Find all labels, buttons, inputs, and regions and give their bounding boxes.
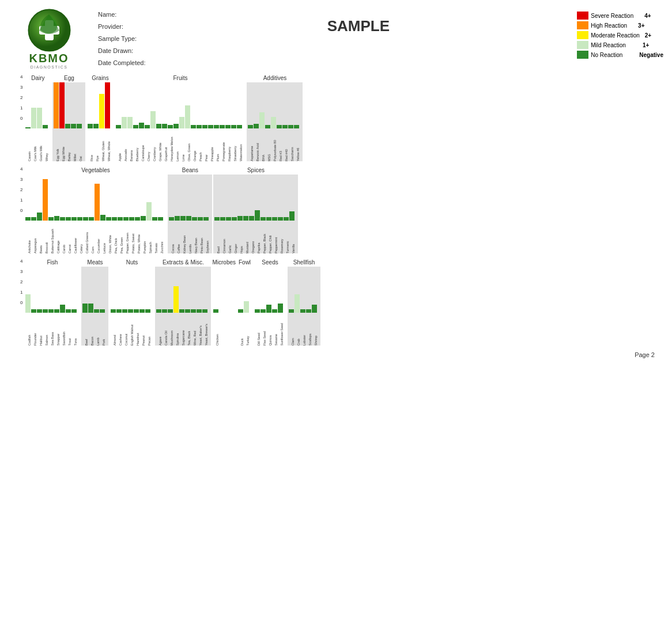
bar-item (168, 125, 173, 130)
bar-item (66, 309, 71, 314)
bar-label: Navy Bean (193, 222, 198, 253)
bar (88, 304, 93, 313)
bar (238, 309, 243, 313)
bar-label: Mustard (244, 222, 250, 253)
bar-label: Wheat, Whole (106, 130, 111, 161)
bar-label: Snapper (55, 314, 61, 346)
bar-item (312, 305, 317, 314)
bar (112, 217, 117, 221)
bar-item (220, 125, 225, 130)
bar-item (139, 123, 144, 130)
bar-label: Lentils (187, 222, 192, 253)
bar-item (158, 217, 163, 222)
bar (43, 179, 48, 221)
group-beans: BeansCocoaCoffeeKidney BeanLentilsNavy B… (168, 167, 212, 253)
bar-label: Spinach (148, 222, 153, 253)
bar (31, 108, 36, 128)
bar-label: Rosemary (279, 222, 284, 253)
bar-item (220, 217, 225, 222)
bar (237, 216, 243, 221)
bar (116, 309, 122, 313)
bar (100, 309, 105, 313)
logo-svg (28, 9, 71, 52)
bar (60, 305, 65, 313)
bar (48, 309, 54, 313)
bar-item (94, 309, 99, 314)
bar-label: Asparagus (32, 222, 37, 253)
bar-item (116, 125, 121, 130)
provider-label: Provider: (98, 21, 146, 33)
bar-item (214, 125, 219, 130)
bar-label: Beets (38, 222, 43, 253)
bar (135, 217, 140, 221)
bar-label: Pecan (146, 314, 152, 346)
bar-item (255, 309, 260, 314)
bar-item (71, 217, 77, 222)
bar-label: Egg Yolk (55, 130, 60, 161)
bar (162, 309, 167, 313)
bar-item (226, 217, 231, 222)
bar-label: Pea, Chick (113, 222, 118, 253)
bar-item (255, 210, 260, 222)
bar (278, 304, 283, 313)
bar-item (31, 217, 36, 222)
bar-item (60, 305, 65, 314)
group-fish: FishCodfishFlounderHalibutSalmonSea Bass… (24, 259, 80, 346)
bar-item (191, 309, 196, 314)
bar-label: Soybean (205, 222, 210, 253)
bar-label: Pepper, Chili (267, 222, 273, 253)
bar-label: Cherry (146, 130, 151, 161)
bar-item (198, 217, 203, 222)
bar-item (123, 217, 129, 222)
bar (83, 217, 88, 221)
bar (237, 125, 242, 128)
group-label: Grains (86, 75, 114, 81)
bar (133, 125, 138, 128)
bar (278, 217, 283, 221)
bar-item (65, 124, 70, 130)
bar-label: Lemon (175, 130, 180, 161)
bar-item (295, 294, 300, 314)
bar (220, 125, 225, 128)
bar-label: Garlic (227, 222, 232, 253)
bar (261, 217, 266, 221)
date-drawn-label: Date Drawn: (98, 45, 146, 57)
bar (129, 217, 134, 221)
bar (31, 309, 36, 313)
bar-label: Tea, Black (186, 314, 191, 346)
group-label: Meats (81, 259, 108, 266)
bar-item (271, 117, 276, 130)
bar-label: Corn (90, 222, 95, 253)
bar-label: Polysorbate 80 (272, 130, 277, 161)
bar-item (248, 125, 253, 130)
bar-label: Carob (61, 222, 66, 253)
bar (127, 117, 133, 128)
bar (272, 309, 277, 313)
bar (203, 217, 209, 221)
bar-label: Raspberry (226, 130, 232, 161)
bar-item (133, 125, 138, 130)
bar (249, 216, 254, 221)
bar-label: Ginger (233, 222, 238, 253)
bar-label: Egg White (61, 130, 66, 161)
bar-label: Oregano (250, 222, 255, 253)
bar-item (244, 301, 249, 314)
group-additives: AdditivesAspartameBenzoic AcidBHAMSGPoly… (247, 75, 303, 161)
bar-label: Codfish (27, 314, 32, 346)
bar-item (278, 217, 283, 222)
bar-item (179, 309, 184, 314)
bar-label: Dill Seed (256, 314, 261, 346)
bar-item (105, 82, 110, 130)
bar (118, 217, 123, 221)
bar (71, 124, 76, 128)
bar (197, 125, 202, 128)
bar-item (83, 217, 88, 222)
bar-item (306, 309, 311, 314)
bar-label: Olive, Green (186, 130, 191, 161)
bar-label: Sugarcane (180, 314, 186, 346)
bar-item (261, 217, 266, 222)
bar-label: Cauliflower (73, 222, 78, 253)
bar (225, 125, 231, 128)
bar-label: Millet (72, 130, 77, 161)
bar (89, 217, 94, 221)
